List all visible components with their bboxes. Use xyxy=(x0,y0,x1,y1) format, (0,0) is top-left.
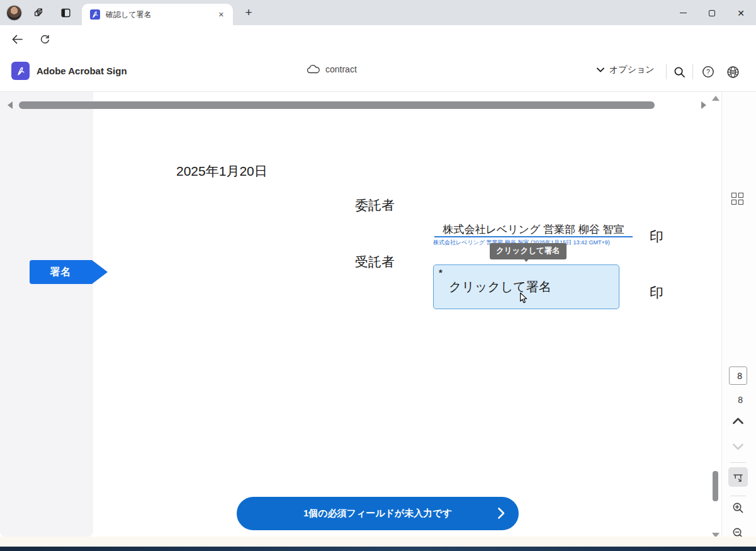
chevron-down-icon-rail xyxy=(733,443,743,450)
refresh-button[interactable] xyxy=(38,32,52,46)
back-icon xyxy=(11,33,23,45)
document-viewer: 8 8 2025年1月20日 委託者 株式会社レベリング 営業部 柳谷 智宣 株… xyxy=(0,92,756,537)
search-icon xyxy=(674,66,685,78)
globe-icon[interactable] xyxy=(725,64,741,80)
v-scrollbar-thumb[interactable] xyxy=(713,471,718,501)
seal-label-2: 印 xyxy=(650,283,663,302)
sign-tab-label: 署名 xyxy=(50,266,72,279)
browser-titlebar: 確認して署名 ✕ + ✕ xyxy=(0,0,756,25)
consignor-label: 委託者 xyxy=(355,196,395,214)
document-name-group: contract xyxy=(307,64,357,74)
signature-field[interactable]: * クリックして署名 xyxy=(433,264,619,309)
signed-signature-name: 株式会社レベリング 営業部 柳谷 智宣 xyxy=(434,222,633,237)
new-tab-button[interactable]: + xyxy=(241,5,256,20)
acrobat-sign-header: Adobe Acrobat Sign contract オプション ? xyxy=(0,52,756,92)
tab-title: 確認して署名 xyxy=(106,9,216,20)
submit-button-label: 1個の必須フィールドが未入力です xyxy=(303,508,452,520)
taskbar-edge xyxy=(0,547,756,551)
brand-name: Adobe Acrobat Sign xyxy=(37,65,127,76)
workspaces-icon[interactable] xyxy=(33,7,44,18)
sign-tab[interactable]: 署名 xyxy=(30,260,92,284)
trustee-label: 受託者 xyxy=(355,253,395,271)
viewer-left-margin xyxy=(0,92,93,537)
browser-window: 確認して署名 ✕ + ✕ https://jp1.documents.adobe… xyxy=(0,0,756,551)
chevron-up-icon xyxy=(733,418,743,424)
help-icon: ? xyxy=(702,65,714,78)
thumbnail-grid-icon[interactable] xyxy=(731,193,744,205)
options-label: オプション xyxy=(609,64,655,76)
options-button[interactable]: オプション xyxy=(597,64,655,76)
v-scrollbar-up-arrow[interactable] xyxy=(712,96,719,101)
signature-field-label: クリックして署名 xyxy=(449,278,551,295)
submit-button[interactable]: 1個の必須フィールドが未入力です xyxy=(237,497,519,530)
acrobat-favicon xyxy=(90,9,100,20)
browser-toolbar: https://jp1.documents.adobe.com/public/e… xyxy=(0,25,756,52)
h-scrollbar-thumb[interactable] xyxy=(19,101,655,109)
close-button[interactable]: ✕ xyxy=(731,8,750,18)
help-button[interactable]: ? xyxy=(700,64,716,80)
seal-label: 印 xyxy=(650,227,663,246)
zoom-in-button[interactable] xyxy=(730,500,746,516)
document-name: contract xyxy=(325,64,357,74)
document-date: 2025年1月20日 xyxy=(176,162,268,180)
page-number-input[interactable]: 8 xyxy=(729,366,747,385)
back-button[interactable] xyxy=(10,32,24,46)
svg-text:?: ? xyxy=(706,68,710,76)
minimize-button[interactable] xyxy=(674,8,692,18)
zoom-in-icon xyxy=(732,502,744,514)
tooltip-arrow xyxy=(522,257,531,262)
maximize-button[interactable] xyxy=(702,8,721,18)
rail-divider-1 xyxy=(730,462,746,463)
signature-underline xyxy=(434,236,633,237)
browser-tab[interactable]: 確認して署名 ✕ xyxy=(82,4,233,25)
total-pages: 8 xyxy=(729,395,747,405)
rail-divider-2 xyxy=(730,496,746,496)
chevron-right-icon xyxy=(497,507,505,520)
next-page-button[interactable] xyxy=(730,439,746,455)
window-bottom-band xyxy=(0,537,756,547)
header-divider-2 xyxy=(692,64,693,79)
search-button[interactable] xyxy=(671,64,687,80)
mouse-cursor xyxy=(519,292,529,304)
refresh-icon xyxy=(40,34,50,45)
required-asterisk: * xyxy=(439,267,443,278)
tab-actions-icon[interactable] xyxy=(60,7,71,18)
tab-close-icon[interactable]: ✕ xyxy=(216,9,227,20)
acrobat-sign-logo xyxy=(11,62,30,80)
h-scrollbar-right-arrow[interactable] xyxy=(701,101,706,109)
cloud-icon xyxy=(307,64,320,74)
fit-page-icon xyxy=(732,471,744,483)
fit-page-button[interactable] xyxy=(728,467,748,487)
header-divider xyxy=(666,64,667,79)
chevron-down-icon xyxy=(597,67,604,72)
h-scrollbar-left-arrow[interactable] xyxy=(8,101,13,109)
previous-page-button[interactable] xyxy=(730,413,746,429)
profile-avatar[interactable] xyxy=(6,5,22,21)
